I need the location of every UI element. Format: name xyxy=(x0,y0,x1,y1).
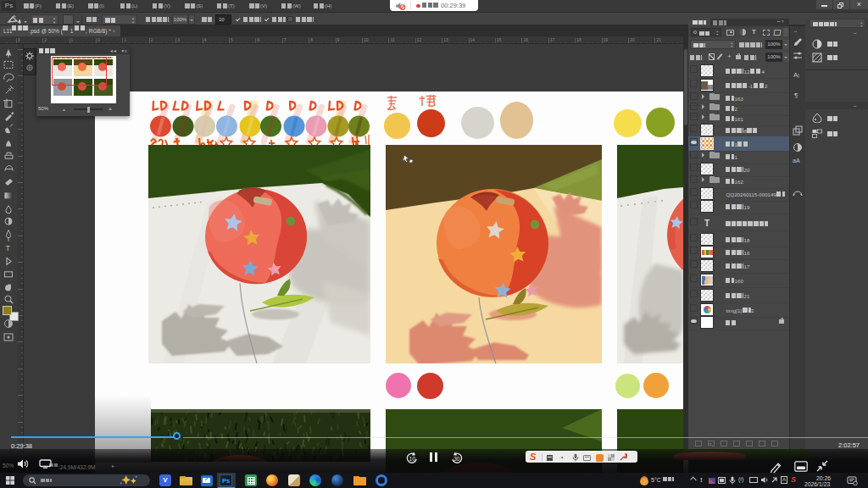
svg-text:T: T xyxy=(6,244,11,252)
svg-text:30: 30 xyxy=(453,456,460,462)
svg-text:10: 10 xyxy=(409,456,416,462)
